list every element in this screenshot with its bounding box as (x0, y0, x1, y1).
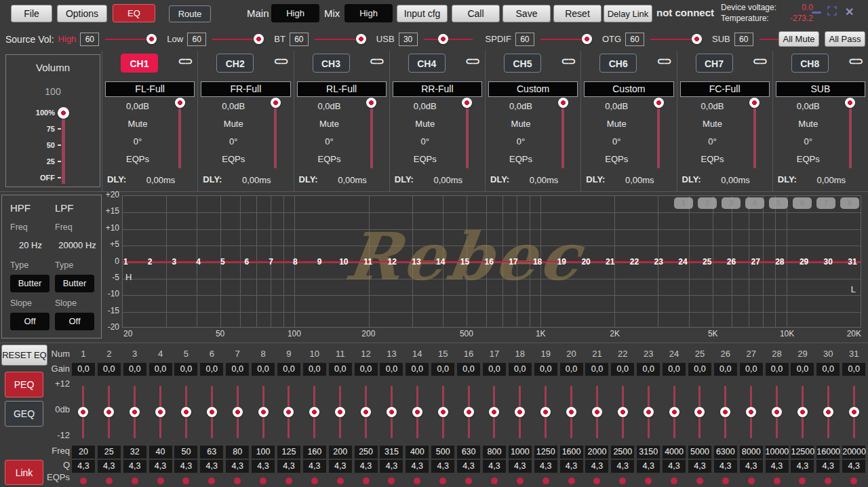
channel-mode-selector[interactable]: SUB (776, 81, 865, 97)
peq-gain-value[interactable]: 0,0 (277, 363, 300, 376)
peq-gain-knob[interactable] (720, 407, 730, 417)
channel-select-button[interactable]: CH8 (791, 54, 829, 73)
channel-link-icon[interactable]: ⊂⊃ (274, 56, 287, 66)
peq-q-value[interactable]: 4,3 (149, 460, 172, 473)
channel-level-knob[interactable] (845, 98, 855, 108)
hpf-marker[interactable]: H (125, 272, 132, 282)
eq-band-handle[interactable]: 28 (775, 257, 784, 267)
all-mute-button[interactable]: All Mute (778, 31, 819, 47)
peq-eqps-indicator[interactable] (850, 478, 857, 484)
peq-eqps-indicator[interactable] (491, 478, 498, 484)
channel-select-button[interactable]: CH1 (121, 54, 158, 73)
peq-gain-value[interactable]: 0,0 (355, 363, 378, 376)
peq-gain-knob[interactable] (335, 407, 345, 417)
eq-band-handle[interactable]: 17 (509, 257, 517, 267)
eq-band-handle[interactable]: 4 (196, 257, 201, 267)
peq-eqps-indicator[interactable] (388, 478, 395, 484)
peq-gain-track[interactable] (442, 386, 444, 438)
hpf-type-button[interactable]: Butter (10, 275, 50, 292)
eq-band-handle[interactable]: 27 (751, 257, 760, 267)
close-icon[interactable]: ✕ (845, 5, 854, 18)
peq-freq-value[interactable]: 1250 (534, 446, 557, 459)
peq-eqps-indicator[interactable] (363, 478, 370, 484)
options-button[interactable]: Options (57, 5, 107, 22)
peq-freq-value[interactable]: 100 (252, 446, 275, 459)
peq-eqps-indicator[interactable] (208, 478, 215, 484)
eq-band-handle[interactable]: 29 (800, 257, 808, 267)
peq-q-value[interactable]: 4,3 (98, 460, 121, 473)
peq-gain-knob[interactable] (797, 407, 808, 417)
lpf-freq-value[interactable]: 20000 Hz (55, 240, 100, 250)
channel-link-icon[interactable]: ⊂⊃ (561, 56, 574, 66)
peq-gain-track[interactable] (391, 386, 393, 438)
eq-band-handle[interactable]: 13 (412, 257, 420, 267)
peq-eqps-indicator[interactable] (234, 478, 241, 484)
eq-band-handle[interactable]: 1 (123, 257, 128, 267)
channel-phase-toggle[interactable]: 0° (682, 136, 744, 147)
peq-gain-value[interactable]: 0,0 (329, 363, 352, 376)
channel-phase-toggle[interactable]: 0° (490, 136, 552, 147)
peq-eqps-indicator[interactable] (671, 478, 677, 484)
peq-freq-value[interactable]: 20 (72, 446, 95, 459)
peq-gain-track[interactable] (82, 386, 84, 438)
peq-eqps-indicator[interactable] (439, 478, 446, 484)
peq-gain-knob[interactable] (309, 407, 319, 417)
eq-response-plot[interactable]: Rebec 1234567891011121314151617181920212… (122, 195, 861, 328)
channel-phase-toggle[interactable]: 0° (298, 136, 361, 147)
peq-gain-knob[interactable] (823, 407, 833, 417)
source-slider-knob[interactable] (692, 34, 702, 44)
channel-mute-toggle[interactable]: Mute (106, 119, 169, 130)
peq-eqps-indicator[interactable] (748, 478, 755, 484)
channel-level-track[interactable] (849, 102, 852, 168)
main-mode-button[interactable]: High (271, 4, 319, 22)
peq-gain-knob[interactable] (849, 407, 859, 417)
peq-gain-knob[interactable] (694, 407, 705, 417)
peq-gain-value[interactable]: 0,0 (226, 363, 249, 376)
channel-mode-selector[interactable]: Custom (584, 81, 673, 97)
eq-band-handle[interactable]: 6 (245, 257, 250, 267)
channel-select-button[interactable]: CH4 (408, 54, 446, 73)
peq-gain-track[interactable] (724, 386, 726, 438)
channel-gain-value[interactable]: 0,0dB (202, 101, 264, 112)
peq-freq-value[interactable]: 6300 (714, 446, 737, 459)
peq-q-value[interactable]: 4,3 (842, 460, 865, 473)
eq-preset-button[interactable]: 2 (698, 197, 717, 209)
peq-freq-value[interactable]: 2000 (585, 446, 608, 459)
peq-freq-value[interactable]: 1000 (509, 446, 532, 459)
peq-gain-knob[interactable] (258, 407, 269, 417)
channel-eqps-button[interactable]: EQPs (777, 154, 840, 165)
eq-band-handle[interactable]: 12 (388, 257, 397, 267)
peq-eqps-indicator[interactable] (311, 478, 318, 484)
peq-gain-knob[interactable] (540, 407, 551, 417)
channel-link-icon[interactable]: ⊂⊃ (178, 56, 191, 66)
peq-gain-track[interactable] (237, 386, 239, 438)
peq-gain-value[interactable]: 0,0 (509, 363, 532, 376)
eq-band-handle[interactable]: 31 (848, 257, 856, 267)
peq-gain-track[interactable] (365, 386, 367, 438)
peq-eqps-indicator[interactable] (465, 478, 472, 484)
eq-preset-button[interactable]: 4 (745, 197, 764, 209)
source-slider-track[interactable] (315, 39, 363, 40)
peq-gain-value[interactable]: 0,0 (816, 363, 840, 376)
channel-gain-value[interactable]: 0,0dB (298, 101, 361, 112)
eq-band-handle[interactable]: 25 (703, 257, 711, 267)
channel-level-knob[interactable] (462, 98, 472, 108)
peq-gain-knob[interactable] (566, 407, 576, 417)
peq-q-value[interactable]: 4,3 (688, 460, 711, 473)
peq-gain-value[interactable]: 0,0 (766, 363, 789, 376)
peq-gain-track[interactable] (262, 386, 264, 438)
peq-gain-value[interactable]: 0,0 (611, 363, 634, 376)
channel-eqps-button[interactable]: EQPs (106, 154, 169, 165)
hpf-freq-value[interactable]: 20 Hz (10, 240, 51, 250)
peq-gain-knob[interactable] (181, 407, 191, 417)
peq-eqps-indicator[interactable] (619, 478, 626, 484)
peq-gain-knob[interactable] (207, 407, 217, 417)
peq-q-value[interactable]: 4,3 (611, 460, 634, 473)
peq-q-value[interactable]: 4,3 (355, 460, 378, 473)
peq-gain-value[interactable]: 0,0 (72, 363, 95, 376)
channel-mute-toggle[interactable]: Mute (777, 119, 840, 130)
peq-eqps-indicator[interactable] (645, 478, 652, 484)
source-slider-value[interactable]: 60 (515, 33, 534, 46)
channel-delay-value[interactable]: 0,00ms (804, 175, 859, 185)
peq-eqps-indicator[interactable] (106, 478, 113, 484)
